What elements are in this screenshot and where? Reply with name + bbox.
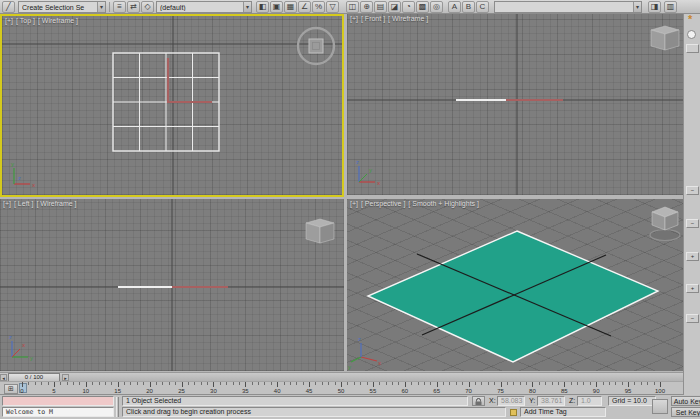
z-coordinate-field[interactable]: 1.0: [577, 396, 602, 406]
frame-tick: [475, 382, 476, 385]
status-bar: Welcome to M 1 Object Selected Click and…: [0, 395, 700, 419]
svg-text:z: z: [356, 159, 359, 165]
geometry-category-icon[interactable]: [687, 30, 696, 39]
viewport-left[interactable]: [+] [ Left ] [ Wireframe ] y: [0, 199, 344, 371]
curve-editor-icon[interactable]: ◔: [402, 1, 415, 13]
transform-gizmo[interactable]: [168, 58, 212, 102]
viewcube-icon[interactable]: [651, 26, 679, 50]
named-selection-set-combo[interactable]: Create Selection Se ▾: [18, 1, 106, 13]
frame-tick: [545, 382, 546, 385]
frame-tick-label: 55: [370, 388, 377, 394]
viewcube-icon[interactable]: [298, 28, 334, 64]
frame-tick: [22, 382, 23, 387]
snap-toggle-icon[interactable]: ◧: [256, 1, 269, 13]
toolbar-extra-icon-1[interactable]: ◨: [648, 1, 661, 13]
prompt-line-field: Click and drag to begin creation process: [122, 407, 506, 417]
add-time-tag-field[interactable]: Add Time Tag: [520, 407, 606, 417]
mirror-icon[interactable]: ◫: [346, 1, 359, 13]
viewport-perspective[interactable]: [+] [ Perspective ] [ Smooth + Highlight…: [347, 199, 683, 371]
viewport-shading-button[interactable]: [ Wireframe ]: [36, 200, 76, 207]
time-slider[interactable]: ◂ 0 / 100 ▸: [0, 372, 683, 381]
snap-25-icon[interactable]: ▣: [270, 1, 283, 13]
selection-lock-toggle[interactable]: [472, 396, 485, 406]
layer-manager-icon[interactable]: ▤: [374, 1, 387, 13]
frame-tick: [150, 382, 151, 387]
render-setup-icon[interactable]: A: [448, 1, 461, 13]
plane-object-selected[interactable]: [368, 231, 658, 362]
set-key-button[interactable]: Set Key: [671, 407, 700, 417]
lock-icon: [474, 398, 483, 406]
frame-tick-label: 20: [146, 388, 153, 394]
viewport-shading-button[interactable]: [ Smooth + Highlights ]: [408, 200, 479, 207]
viewcube-icon[interactable]: [306, 219, 334, 243]
rendered-frame-icon[interactable]: B: [462, 1, 475, 13]
viewport-name-button[interactable]: [ Front ]: [361, 15, 385, 22]
viewport-shading-button[interactable]: [ Wireframe ]: [388, 15, 428, 22]
angle-snap-icon[interactable]: ∠: [298, 1, 311, 13]
next-frame-button[interactable]: ▸: [62, 374, 69, 381]
viewport-name-button[interactable]: [ Top ]: [16, 17, 35, 24]
ribbon-toggle-icon[interactable]: ◪: [388, 1, 401, 13]
gear-icon[interactable]: *: [688, 13, 692, 25]
auto-key-button[interactable]: Auto Key: [671, 396, 700, 406]
viewport-name-button[interactable]: [ Perspective ]: [361, 200, 405, 207]
material-editor-icon[interactable]: ◎: [430, 1, 443, 13]
svg-text:x: x: [378, 360, 381, 366]
frame-tick: [462, 382, 463, 385]
viewport-menu-button[interactable]: [+]: [350, 15, 358, 22]
active-layer-combo[interactable]: (default) ▾: [156, 1, 252, 13]
pivot-mode-icon[interactable]: ◇: [141, 1, 154, 13]
viewport-menu-button[interactable]: [+]: [3, 200, 11, 207]
viewport-menu-button[interactable]: [+]: [350, 200, 358, 207]
unknown-small-button[interactable]: [652, 399, 668, 414]
viewport-name-button[interactable]: [ Left ]: [14, 200, 33, 207]
rollout-fragment[interactable]: −: [686, 186, 699, 195]
frame-tick: [341, 382, 342, 387]
frame-tick: [660, 382, 661, 387]
frame-tick: [67, 382, 68, 385]
frame-tick: [124, 382, 125, 385]
track-toggle-icon[interactable]: ⇄: [127, 1, 140, 13]
rollout-fragment[interactable]: −: [686, 219, 699, 228]
frame-tick-label: 95: [625, 388, 632, 394]
x-coordinate-field[interactable]: 58.083: [497, 396, 525, 406]
viewport-label: [+] [ Perspective ] [ Smooth + Highlight…: [350, 200, 479, 207]
frame-tick: [405, 382, 406, 387]
previous-frame-button[interactable]: ◂: [0, 374, 7, 381]
schematic-view-icon[interactable]: ▩: [416, 1, 429, 13]
viewport-top[interactable]: [+] [ Top ] [ Wireframe ]: [0, 14, 344, 197]
frame-tick: [532, 382, 533, 387]
frame-tick: [194, 382, 195, 385]
frame-tick: [488, 382, 489, 385]
edit-named-selections-icon[interactable]: ╱: [2, 1, 15, 13]
render-icon[interactable]: C: [476, 1, 489, 13]
rollout-fragment[interactable]: +: [686, 252, 699, 261]
toolbar-extra-icon-2[interactable]: ▥: [664, 1, 677, 13]
frame-tick: [213, 382, 214, 387]
frame-tick: [520, 382, 521, 385]
named-selection-entry-combo[interactable]: ▾: [494, 1, 642, 13]
open-mini-trackview-icon[interactable]: ⊞: [4, 384, 18, 394]
track-bar[interactable]: ⊞ 05101520253035404550556065707580859095…: [0, 381, 683, 395]
object-type-rollout-fragment[interactable]: [686, 44, 699, 53]
rollout-fragment[interactable]: −: [686, 314, 699, 323]
listener-splitter[interactable]: [116, 397, 119, 417]
maxscript-listener-pane[interactable]: Welcome to M: [2, 407, 114, 417]
spinner-snap-icon[interactable]: ▽: [326, 1, 339, 13]
frame-tick-label: 30: [210, 388, 217, 394]
frame-tick: [309, 382, 310, 387]
macro-recorder-pane[interactable]: [2, 396, 114, 406]
frame-tick: [226, 382, 227, 385]
track-bar-ruler[interactable]: 0510152025303540455055606570758085909510…: [22, 382, 674, 396]
viewport-menu-button[interactable]: [+]: [5, 17, 13, 24]
rollout-fragment[interactable]: +: [686, 284, 699, 293]
viewport-shading-button[interactable]: [ Wireframe ]: [38, 17, 78, 24]
y-coordinate-field[interactable]: 38.761: [537, 396, 565, 406]
align-icon[interactable]: ⊕: [360, 1, 373, 13]
frame-tick: [449, 382, 450, 385]
selection-filter-icon[interactable]: ≡: [113, 1, 126, 13]
percent-snap-icon[interactable]: %: [312, 1, 325, 13]
snap-3-icon[interactable]: ▦: [284, 1, 297, 13]
viewport-front[interactable]: [+] [ Front ] [ Wireframe ] x: [347, 14, 683, 195]
viewcube-icon[interactable]: [650, 207, 680, 241]
